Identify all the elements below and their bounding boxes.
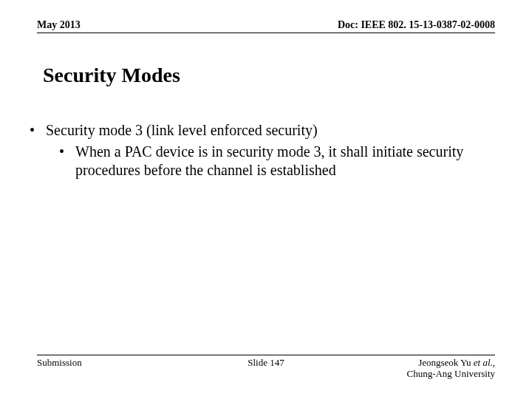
- slide-body: • Security mode 3 (link level enforced s…: [27, 121, 502, 180]
- footer-left: Submission: [37, 357, 82, 369]
- slide-title: Security Modes: [43, 64, 180, 87]
- author-etal: et al.: [471, 357, 493, 368]
- bullet-dot-icon: •: [56, 143, 75, 180]
- author-affiliation: Chung-Ang University: [406, 368, 495, 379]
- slide-footer: Submission Slide 147 Jeongseok Yu et al.…: [37, 355, 495, 380]
- slide-header: May 2013 Doc: IEEE 802. 15-13-0387-02-00…: [37, 19, 495, 33]
- bullet-l2-text: When a PAC device is in security mode 3,…: [75, 143, 502, 180]
- footer-author: Jeongseok Yu et al., Chung-Ang Universit…: [406, 357, 495, 380]
- author-comma: ,: [493, 357, 495, 368]
- bullet-level-2: • When a PAC device is in security mode …: [56, 143, 502, 180]
- header-date: May 2013: [37, 19, 81, 31]
- header-doc-id: Doc: IEEE 802. 15-13-0387-02-0008: [338, 19, 495, 31]
- author-name: Jeongseok Yu: [418, 357, 471, 368]
- bullet-l1-text: Security mode 3 (link level enforced sec…: [46, 121, 502, 140]
- bullet-level-1: • Security mode 3 (link level enforced s…: [27, 121, 502, 140]
- bullet-dot-icon: •: [27, 121, 46, 140]
